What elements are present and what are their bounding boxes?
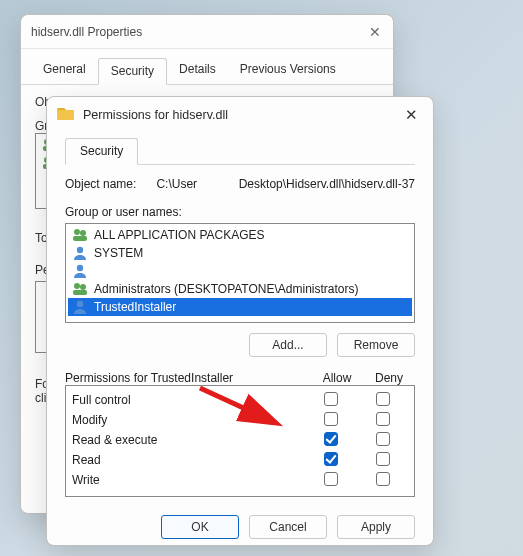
- perm-tabstrip: Security: [65, 137, 415, 165]
- svg-point-9: [77, 247, 83, 253]
- principal-item[interactable]: Administrators (DESKTOPATONE\Administrat…: [68, 280, 412, 298]
- cancel-button[interactable]: Cancel: [249, 515, 327, 539]
- tab-security[interactable]: Security: [98, 58, 167, 85]
- svg-rect-13: [73, 290, 87, 295]
- properties-title: hidserv.dll Properties: [31, 25, 363, 39]
- allow-checkbox[interactable]: [324, 472, 338, 486]
- remove-button[interactable]: Remove: [337, 333, 415, 357]
- group-label: Group or user names:: [65, 205, 415, 219]
- close-icon[interactable]: ✕: [363, 24, 387, 40]
- tab-security-inner[interactable]: Security: [65, 138, 138, 165]
- principal-name: ALL APPLICATION PACKAGES: [94, 228, 265, 242]
- deny-checkbox[interactable]: [376, 432, 390, 446]
- deny-checkbox[interactable]: [376, 412, 390, 426]
- close-icon[interactable]: ✕: [397, 101, 425, 129]
- object-name-path: Desktop\Hidserv.dll\hidserv.dll-37: [239, 177, 415, 191]
- permission-row: Read & execute: [72, 430, 408, 450]
- svg-point-7: [80, 230, 86, 236]
- allow-checkbox[interactable]: [324, 452, 338, 466]
- permission-row: Full control: [72, 390, 408, 410]
- svg-point-6: [74, 229, 80, 235]
- permission-name: Full control: [72, 393, 304, 407]
- principals-list[interactable]: ALL APPLICATION PACKAGESSYSTEMAdministra…: [65, 223, 415, 323]
- principal-item[interactable]: [68, 262, 412, 280]
- col-allow: Allow: [311, 371, 363, 385]
- user-icon: [72, 299, 88, 315]
- perm-for-label: Permissions for TrustedInstaller: [65, 371, 311, 385]
- deny-checkbox[interactable]: [376, 452, 390, 466]
- allow-checkbox[interactable]: [324, 432, 338, 446]
- permissions-table: Full controlModifyRead & executeReadWrit…: [65, 385, 415, 497]
- object-name-label: Object name:: [65, 177, 136, 191]
- svg-rect-8: [73, 236, 87, 241]
- principal-name: TrustedInstaller: [94, 300, 176, 314]
- add-button[interactable]: Add...: [249, 333, 327, 357]
- permission-name: Read: [72, 453, 304, 467]
- permissions-title: Permissions for hidserv.dll: [83, 108, 397, 122]
- perm-header: Permissions for TrustedInstaller Allow D…: [65, 371, 415, 385]
- permissions-body: Security Object name: C:\User Desktop\Hi…: [47, 133, 433, 551]
- group-icon: [72, 227, 88, 243]
- principal-name: Administrators (DESKTOPATONE\Administrat…: [94, 282, 359, 296]
- object-name-row: Object name: C:\User Desktop\Hidserv.dll…: [65, 177, 415, 191]
- folder-icon: [57, 105, 75, 125]
- svg-point-11: [74, 283, 80, 289]
- principal-item[interactable]: TrustedInstaller: [68, 298, 412, 316]
- tab-previous-versions[interactable]: Previous Versions: [228, 57, 348, 84]
- tab-general[interactable]: General: [31, 57, 98, 84]
- allow-checkbox[interactable]: [324, 392, 338, 406]
- permission-row: Read: [72, 450, 408, 470]
- deny-checkbox[interactable]: [376, 392, 390, 406]
- permissions-window: Permissions for hidserv.dll ✕ Security O…: [46, 96, 434, 546]
- col-deny: Deny: [363, 371, 415, 385]
- deny-checkbox[interactable]: [376, 472, 390, 486]
- permission-name: Modify: [72, 413, 304, 427]
- principal-buttons: Add... Remove: [65, 333, 415, 357]
- group-icon: [72, 281, 88, 297]
- ok-button[interactable]: OK: [161, 515, 239, 539]
- permission-row: Write: [72, 470, 408, 490]
- user-icon: [72, 263, 88, 279]
- permission-row: Modify: [72, 410, 408, 430]
- dialog-buttons: OK Cancel Apply: [65, 515, 415, 539]
- svg-point-10: [77, 265, 83, 271]
- properties-tabs: General Security Details Previous Versio…: [21, 49, 393, 85]
- principal-name: SYSTEM: [94, 246, 143, 260]
- allow-checkbox[interactable]: [324, 412, 338, 426]
- tab-details[interactable]: Details: [167, 57, 228, 84]
- permissions-titlebar[interactable]: Permissions for hidserv.dll ✕: [47, 97, 433, 133]
- permission-name: Read & execute: [72, 433, 304, 447]
- permission-name: Write: [72, 473, 304, 487]
- svg-point-14: [77, 301, 83, 307]
- user-icon: [72, 245, 88, 261]
- object-name-user: C:\User: [156, 177, 218, 191]
- properties-titlebar[interactable]: hidserv.dll Properties ✕: [21, 15, 393, 49]
- svg-point-12: [80, 284, 86, 290]
- principal-item[interactable]: ALL APPLICATION PACKAGES: [68, 226, 412, 244]
- apply-button[interactable]: Apply: [337, 515, 415, 539]
- principal-item[interactable]: SYSTEM: [68, 244, 412, 262]
